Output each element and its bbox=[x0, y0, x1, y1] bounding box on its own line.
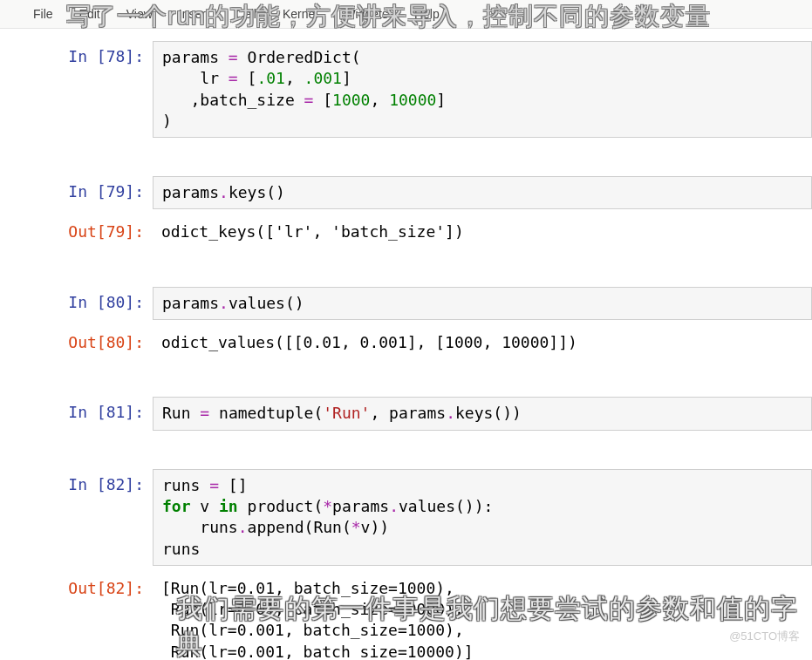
prompt-out-82: Out[82]: bbox=[0, 573, 153, 660]
cell-80-input: In [80]: params.values() bbox=[0, 287, 812, 320]
cell-79-input: In [79]: params.keys() bbox=[0, 176, 812, 209]
notebook: In [78]: params = OrderedDict( lr = [.01… bbox=[0, 29, 812, 660]
prompt-out-80: Out[80]: bbox=[0, 327, 153, 358]
menu-insert[interactable]: Insert bbox=[170, 3, 218, 24]
prompt-in-79: In [79]: bbox=[0, 176, 153, 209]
code-78[interactable]: params = OrderedDict( lr = [.01, .001] ,… bbox=[153, 41, 812, 138]
output-80: odict_values([[0.01, 0.001], [1000, 1000… bbox=[153, 327, 812, 358]
output-82: [Run(lr=0.01, batch_size=1000), Run(lr=0… bbox=[153, 573, 812, 660]
menu-widgets[interactable]: Widgets bbox=[335, 3, 397, 24]
prompt-in-80: In [80]: bbox=[0, 287, 153, 320]
output-79: odict_keys(['lr', 'batch_size']) bbox=[153, 216, 812, 248]
menubar: File Edit View Insert Cell Kernel Widget… bbox=[0, 0, 812, 29]
menu-edit[interactable]: Edit bbox=[71, 3, 109, 24]
menu-help[interactable]: Help bbox=[406, 3, 448, 24]
prompt-in-81: In [81]: bbox=[0, 397, 153, 430]
menu-cell[interactable]: Cell bbox=[227, 3, 265, 24]
code-79[interactable]: params.keys() bbox=[153, 176, 812, 209]
menu-kernel[interactable]: Kernel bbox=[274, 3, 326, 24]
menu-file[interactable]: File bbox=[24, 3, 62, 24]
menu-view[interactable]: View bbox=[118, 3, 161, 24]
code-text: params = OrderedDict( lr = [.01, .001] ,… bbox=[162, 48, 446, 130]
cell-80-output: Out[80]: odict_values([[0.01, 0.001], [1… bbox=[0, 327, 812, 358]
prompt-in-82: In [82]: bbox=[0, 469, 153, 566]
code-80[interactable]: params.values() bbox=[153, 287, 812, 320]
code-82[interactable]: runs = [] for v in product(*params.value… bbox=[153, 469, 812, 566]
cell-81-input: In [81]: Run = namedtuple('Run', params.… bbox=[0, 397, 812, 430]
code-text: Run = namedtuple('Run', params.keys()) bbox=[162, 404, 522, 422]
cell-79-output: Out[79]: odict_keys(['lr', 'batch_size']… bbox=[0, 216, 812, 248]
prompt-in-78: In [78]: bbox=[0, 41, 153, 138]
cell-82-input: In [82]: runs = [] for v in product(*par… bbox=[0, 469, 812, 566]
cell-82-output: Out[82]: [Run(lr=0.01, batch_size=1000),… bbox=[0, 573, 812, 660]
code-text: params.keys() bbox=[162, 183, 285, 201]
code-text: runs = [] for v in product(*params.value… bbox=[162, 476, 493, 558]
cell-78-input: In [78]: params = OrderedDict( lr = [.01… bbox=[0, 41, 812, 138]
prompt-out-79: Out[79]: bbox=[0, 216, 153, 248]
code-text: params.values() bbox=[162, 294, 304, 312]
code-81[interactable]: Run = namedtuple('Run', params.keys()) bbox=[153, 397, 812, 430]
